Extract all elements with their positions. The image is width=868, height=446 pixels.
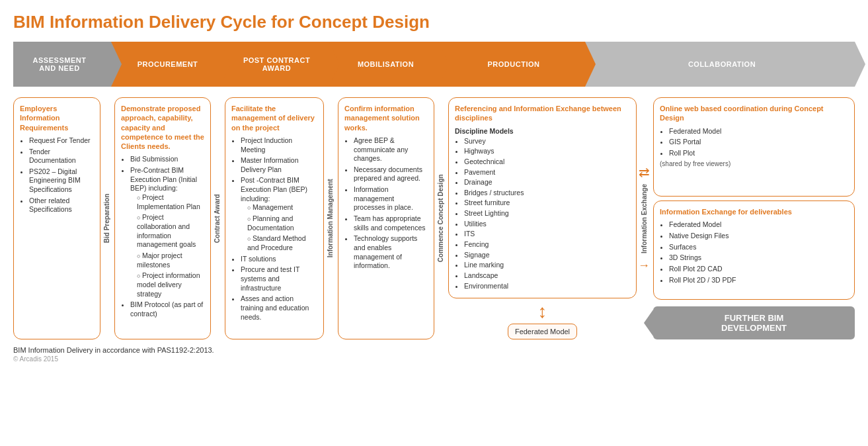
list-item: ITS xyxy=(464,230,630,239)
list-item: Management xyxy=(247,203,317,212)
procurement-vert-label: Contract Award xyxy=(212,97,221,339)
collaboration-top-list: Federated Model GIS Portal Roll Plot xyxy=(660,127,848,158)
mobilisation-heading: Confirm information management solution … xyxy=(344,104,428,132)
assessment-heading: Employers Information Requirements xyxy=(20,104,94,132)
list-item: Project information model delivery strat… xyxy=(137,271,204,298)
list-item: Request For Tender xyxy=(29,136,94,146)
list-item: Federated Model xyxy=(669,220,848,230)
list-item: Standard Method and Procedure xyxy=(247,234,317,252)
info-exchange-arrow-icon: ⇄ xyxy=(639,164,650,180)
list-item: Drainage xyxy=(464,178,630,187)
footer-note: BIM Information Delivery in accordance w… xyxy=(13,346,855,354)
collaboration-top-heading: Online web based coordination during Con… xyxy=(660,104,848,123)
list-item: Roll Plot 2D CAD xyxy=(669,265,848,274)
federated-model-box: Federated Model xyxy=(508,324,577,339)
list-item: Utilities xyxy=(464,220,630,229)
mobilisation-list: Agree BEP & communicate any changes. Nec… xyxy=(344,136,428,271)
list-item: Roll Plot 2D / 3D PDF xyxy=(669,276,848,285)
banner-collaboration: COLLABORATION xyxy=(585,42,855,87)
list-item: Project Induction Meeting xyxy=(241,136,317,154)
footer-copyright: © Arcadis 2015 xyxy=(13,355,855,363)
list-item: Street furniture xyxy=(464,199,630,208)
banner-mobilisation: MOBILISATION xyxy=(329,42,438,87)
list-item: Bid Submission xyxy=(130,155,204,164)
list-item: Planning and Documentation xyxy=(247,214,317,232)
collaboration-bottom-box: Information Exchange for deliverables Fe… xyxy=(653,201,855,300)
banner-row: ASSESSMENT AND NEED PROCUREMENT POST CON… xyxy=(13,42,855,87)
list-item: Technology supports and enables manageme… xyxy=(354,234,428,271)
list-item: Information management processes in plac… xyxy=(354,185,428,212)
procurement-heading: Demonstrate proposed approach, capabilit… xyxy=(121,104,204,151)
procurement-list: Bid Submission Pre-Contract BIM Executio… xyxy=(121,155,204,318)
production-box: Referencing and Information Exchange bet… xyxy=(448,97,637,298)
banner-assessment: ASSESSMENT AND NEED xyxy=(13,42,111,87)
col-post-contract: Facilitate the management of delivery on… xyxy=(225,97,335,339)
list-item: PS202 – Digital Engineering BIM Specific… xyxy=(29,167,94,195)
list-item: Tender Documentation xyxy=(29,148,94,165)
list-item: BIM Protocol (as part of contract) xyxy=(130,300,204,318)
col-production: Referencing and Information Exchange bet… xyxy=(448,97,650,339)
list-item: Highways xyxy=(464,147,630,156)
collaboration-bottom-list: Federated Model Native Design Files Surf… xyxy=(660,220,848,285)
list-item: Other related Specifications xyxy=(29,197,94,214)
assessment-list: Request For Tender Tender Documentation … xyxy=(20,136,94,214)
production-vert-label: Information Exchange xyxy=(641,184,648,253)
list-item: IT solutions xyxy=(241,255,317,264)
list-item: Fencing xyxy=(464,240,630,249)
list-item: Team has appropriate skills and competen… xyxy=(354,214,428,232)
col-mobilisation: Confirm information management solution … xyxy=(338,97,445,339)
discipline-list: Survey Highways Geotechnical Pavement Dr… xyxy=(455,137,630,292)
banner-production: PRODUCTION xyxy=(438,42,585,87)
assessment-vert-label: Bid Preparation xyxy=(102,97,111,339)
list-item: Landscape xyxy=(464,271,630,281)
main-content: Employers Information Requirements Reque… xyxy=(13,97,855,339)
list-item: Native Design Files xyxy=(669,232,848,241)
list-item: Agree BEP & communicate any changes. xyxy=(354,136,428,163)
procurement-box: Demonstrate proposed approach, capabilit… xyxy=(114,97,211,339)
list-item: Pavement xyxy=(464,168,630,177)
list-item: Major project milestones xyxy=(137,251,204,269)
list-item: 3D Strings xyxy=(669,253,848,263)
list-item: Procure and test IT systems and infrastr… xyxy=(241,265,317,292)
post-contract-vert-label: Information Management xyxy=(325,97,335,339)
further-bim-box: FURTHER BIM DEVELOPMENT xyxy=(653,306,855,339)
col-collaboration: Online web based coordination during Con… xyxy=(653,97,855,339)
production-heading: Referencing and Information Exchange bet… xyxy=(455,104,630,123)
list-item: Line marking xyxy=(464,261,630,270)
banner-procurement: PROCUREMENT xyxy=(111,42,220,87)
right-arrow-icon: → xyxy=(638,259,650,273)
list-item: Master Information Delivery Plan xyxy=(241,156,317,174)
list-item: Surfaces xyxy=(669,243,848,252)
list-item: Asses and action training and education … xyxy=(241,294,317,322)
list-item: Geotechnical xyxy=(464,157,630,167)
col-procurement: Demonstrate proposed approach, capabilit… xyxy=(114,97,221,339)
mobilisation-vert-label: Commence Concept Design xyxy=(436,97,445,339)
list-item: GIS Portal xyxy=(669,138,848,147)
down-arrow-icon: ↕ xyxy=(538,302,547,321)
post-contract-sub-list: Management Planning and Documentation St… xyxy=(241,203,317,252)
list-item: Federated Model xyxy=(669,127,848,136)
list-item: Survey xyxy=(464,137,630,146)
list-item: Street Lighting xyxy=(464,209,630,218)
post-contract-list: Project Induction Meeting Master Informa… xyxy=(231,136,317,322)
discipline-heading: Discipline Models xyxy=(455,127,630,135)
banner-post-contract: POST CONTRACT AWARD xyxy=(220,42,329,87)
col-assessment: Employers Information Requirements Reque… xyxy=(13,97,111,339)
list-item: Project collaboration and information ma… xyxy=(137,213,204,249)
collaboration-top-box: Online web based coordination during Con… xyxy=(653,97,855,197)
list-item: Bridges / structures xyxy=(464,189,630,198)
procurement-sub-list: Project Implementation Plan Project coll… xyxy=(130,193,204,298)
collaboration-note: (shared by free viewers) xyxy=(660,160,848,167)
mobilisation-box: Confirm information management solution … xyxy=(338,97,434,339)
page-title: BIM Information Delivery Cycle for Conce… xyxy=(13,12,855,32)
collaboration-bottom-heading: Information Exchange for deliverables xyxy=(660,207,848,216)
list-item: Pre-Contract BIM Execution Plan (Initial… xyxy=(130,166,204,298)
assessment-box: Employers Information Requirements Reque… xyxy=(13,97,100,339)
list-item: Signage xyxy=(464,251,630,260)
post-contract-box: Facilitate the management of delivery on… xyxy=(225,97,324,339)
post-contract-heading: Facilitate the management of delivery on… xyxy=(231,104,317,132)
list-item: Post -Contract BIM Execution Plan (BEP) … xyxy=(241,176,317,252)
list-item: Necessary documents prepared and agreed. xyxy=(354,165,428,183)
list-item: Roll Plot xyxy=(669,149,848,158)
list-item: Project Implementation Plan xyxy=(137,193,204,211)
